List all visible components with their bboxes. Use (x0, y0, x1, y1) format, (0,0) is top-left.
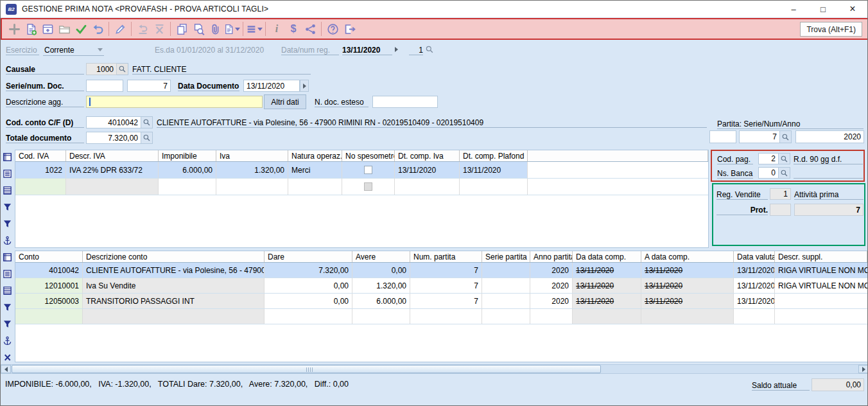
grid-layout-icon[interactable] (3, 152, 13, 163)
anchor-icon[interactable] (3, 336, 13, 346)
column-header[interactable]: Descr. suppl. (775, 251, 867, 262)
cell-data-valuta[interactable]: 13/11/2020 (734, 263, 775, 278)
cell-serie-partita[interactable] (482, 263, 530, 278)
cell-da-data-comp[interactable]: 13/11/2020 (573, 294, 641, 308)
conto-row-empty[interactable] (15, 309, 867, 324)
causale-code-field[interactable]: 1000 (86, 63, 117, 75)
partita-search-icon[interactable] (780, 130, 792, 143)
checkbox-unchecked[interactable] (364, 166, 372, 174)
cell-a-data-comp[interactable]: 13/11/2020 (641, 263, 734, 278)
serie-doc-field[interactable] (86, 80, 123, 92)
cell-no-spesometro[interactable] (342, 162, 395, 178)
share-icon[interactable] (302, 21, 318, 37)
cell-descr-iva[interactable]: IVA 22% DPR 633/72 (66, 162, 159, 178)
chevron-down-icon[interactable] (98, 48, 103, 51)
scroll-right-icon[interactable] (858, 365, 868, 373)
delete-row-icon[interactable] (3, 353, 13, 363)
esercizio-select[interactable]: Corrente (43, 43, 104, 56)
cell-iva[interactable]: 1.320,00 (216, 162, 288, 178)
column-header[interactable]: Anno partita (530, 251, 573, 262)
cell-conto[interactable]: 4010042 (15, 263, 83, 278)
filter-up-icon[interactable] (3, 219, 13, 229)
anchor-icon[interactable] (3, 236, 13, 246)
cod-conto-field[interactable]: 4010042 (86, 116, 141, 128)
cell-descr-suppl[interactable] (775, 294, 867, 308)
column-header[interactable]: Num. partita (410, 251, 482, 262)
column-header[interactable]: Conto (15, 251, 83, 262)
cell-descr-suppl[interactable]: RIGA VIRTUALE NON MODIF (775, 278, 867, 293)
column-header[interactable]: Descr. IVA (66, 150, 159, 161)
dense-rows-icon[interactable] (3, 286, 13, 296)
horizontal-scrollbar[interactable] (1, 364, 868, 374)
cell-conto[interactable]: 12050003 (15, 294, 83, 308)
exit-icon[interactable] (341, 21, 358, 37)
cell-data-valuta[interactable]: 13/11/2020 (734, 294, 775, 308)
add-icon[interactable] (6, 21, 22, 37)
cell-imponibile[interactable]: 6.000,00 (159, 162, 216, 178)
ns-banca-search-icon[interactable] (779, 167, 790, 179)
partita-num-field[interactable]: 7 (739, 130, 780, 143)
open-folder-icon[interactable] (56, 21, 73, 37)
help-icon[interactable] (324, 21, 341, 37)
partita-anno-field[interactable]: 2020 (795, 130, 864, 143)
cell-da-data-comp[interactable]: 13/11/2020 (573, 263, 641, 278)
new-document-icon[interactable] (22, 21, 39, 37)
cell-descr-suppl[interactable]: RIGA VIRTUALE NON MODIF (775, 263, 867, 278)
data-documento-field[interactable]: 13/11/2020 (243, 80, 300, 92)
document-menu-icon[interactable] (223, 21, 240, 37)
cell-num-partita[interactable]: 7 (410, 263, 482, 278)
edit-pencil-icon[interactable] (112, 21, 128, 37)
scrollbar-thumb[interactable] (12, 365, 601, 373)
amounts-icon[interactable]: $ (285, 21, 302, 37)
num-doc-field[interactable]: 7 (127, 80, 171, 92)
reg-date-value[interactable]: 13/11/2020 (342, 46, 392, 55)
cell-a-data-comp[interactable]: 13/11/2020 (641, 294, 734, 308)
conto-row-selected[interactable]: 4010042 CLIENTE AUTOFATTURE - via Polesi… (15, 263, 867, 278)
cell-serie-partita[interactable] (482, 278, 530, 293)
cell-dare[interactable]: 7.320,00 (265, 263, 352, 278)
cell-cod-iva[interactable]: 1022 (15, 162, 66, 178)
scroll-left-icon[interactable] (1, 365, 11, 373)
find-button[interactable]: Trova (Alt+F1) (800, 22, 862, 37)
minimize-button[interactable]: – (779, 1, 808, 17)
list-view-icon[interactable] (3, 169, 13, 179)
dense-rows-icon[interactable] (3, 186, 13, 196)
maximize-button[interactable]: □ (808, 1, 838, 17)
cell-anno-partita[interactable]: 2020 (530, 263, 573, 278)
cell-da-data-comp[interactable]: 13/11/2020 (573, 278, 641, 293)
undo-icon[interactable] (89, 21, 106, 37)
cell-num-partita[interactable]: 7 (410, 278, 482, 293)
reg-number-value[interactable]: 1 (409, 46, 423, 55)
cod-pag-search-icon[interactable] (779, 153, 790, 164)
cell-dt-comp-iva[interactable]: 13/11/2020 (395, 162, 460, 178)
close-button[interactable]: × (838, 1, 867, 17)
n-doc-esteso-field[interactable] (372, 96, 438, 108)
cod-pag-field[interactable]: 2 (758, 153, 779, 164)
column-header[interactable]: Serie partita (482, 251, 530, 262)
altri-dati-button[interactable]: Altri dati (264, 94, 306, 109)
cod-conto-search-icon[interactable] (141, 116, 153, 128)
column-header[interactable]: Data valuta (734, 251, 775, 262)
filter-icon[interactable] (3, 303, 13, 313)
conto-row[interactable]: 12010001 Iva Su Vendite 0,00 1.320,00 7 … (15, 278, 867, 294)
iva-row-empty[interactable] (15, 179, 708, 195)
column-header[interactable]: Da data comp. (573, 251, 641, 262)
column-header[interactable]: Dare (265, 251, 352, 262)
cell-dare[interactable]: 0,00 (265, 294, 352, 308)
conto-row[interactable]: 12050003 TRANSITORIO PASSAGGI INT 0,00 6… (15, 294, 867, 309)
cell-dare[interactable]: 0,00 (265, 278, 352, 293)
cell-anno-partita[interactable]: 2020 (530, 294, 573, 308)
cell-avere[interactable]: 1.320,00 (352, 278, 410, 293)
search-document-icon[interactable] (190, 21, 207, 37)
descrizione-agg-field[interactable] (86, 96, 263, 108)
cell-natura-operaz[interactable]: Merci (288, 162, 342, 178)
search-icon[interactable] (425, 45, 434, 54)
totale-search-icon[interactable] (141, 132, 153, 144)
ns-banca-field[interactable]: 0 (758, 167, 779, 179)
column-header[interactable]: Descrizione conto (83, 251, 265, 262)
info-icon[interactable]: i (268, 21, 285, 37)
column-header[interactable]: Iva (216, 150, 288, 161)
column-header[interactable]: Dt. comp. Plafond (460, 150, 528, 161)
filter-up-icon[interactable] (3, 319, 13, 330)
cell-avere[interactable]: 6.000,00 (352, 294, 410, 308)
